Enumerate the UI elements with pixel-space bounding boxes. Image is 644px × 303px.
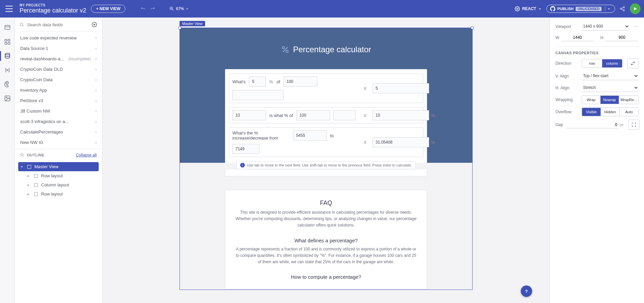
datasource-item[interactable]: JB Custom NW› — [15, 106, 102, 116]
datasource-item[interactable]: Inventory App› — [15, 85, 102, 95]
to-input[interactable] — [232, 144, 259, 154]
result-output[interactable] — [373, 110, 429, 120]
resize-handle[interactable] — [179, 27, 181, 29]
value-input[interactable] — [232, 110, 266, 120]
layout-icon — [27, 164, 32, 169]
datasource-item[interactable]: PetStore v3› — [15, 95, 102, 106]
tree-node-master[interactable]: ▾ Master View — [18, 162, 99, 171]
run-button[interactable] — [630, 3, 641, 14]
tree-label: Row layout — [41, 191, 63, 196]
rail-views-icon[interactable] — [3, 24, 11, 32]
label: What's — [232, 79, 246, 84]
publish-dropdown[interactable] — [605, 6, 613, 11]
calc-row: What's the % increase/decrease from to =… — [229, 127, 423, 157]
publish-button[interactable]: PUBLISH UNLICENSED — [546, 5, 615, 13]
datasource-item[interactable]: scott-3 infragistics on a...› — [15, 116, 102, 127]
spare-input[interactable] — [333, 110, 356, 120]
gap-input[interactable] — [566, 121, 618, 128]
swap-direction-button[interactable] — [627, 58, 639, 68]
rail-assets-icon[interactable] — [3, 94, 11, 102]
publish-label: PUBLISH — [557, 7, 574, 11]
result-output[interactable] — [373, 137, 429, 147]
share-icon[interactable] — [620, 6, 625, 11]
breadcrumb[interactable]: MY PROJECTS Percentage calculator v2 — [20, 3, 86, 14]
overflow-hidden-button[interactable]: Hidden — [601, 108, 619, 116]
expand-icon — [632, 122, 636, 127]
datasource-name: CryptoCoin Data OLD — [20, 67, 63, 72]
search-input[interactable] — [27, 22, 89, 27]
datasource-item[interactable]: Low code expected reveniew› — [15, 33, 102, 43]
datasource-name: Inventory App — [20, 88, 47, 93]
rail-theme-icon[interactable] — [3, 80, 11, 88]
help-button[interactable]: ? — [521, 285, 532, 297]
label: Direction — [555, 61, 579, 66]
tree-node[interactable]: ▸Column layout — [18, 180, 99, 189]
overflow-auto-button[interactable]: Auto — [619, 108, 638, 116]
faq-card: FAQ This site is designed to provide eff… — [225, 190, 427, 290]
add-datasource-button[interactable] — [91, 22, 97, 28]
svg-point-29 — [21, 154, 23, 156]
datasource-name: Low code expected reveniew — [20, 35, 77, 40]
redo-icon[interactable] — [150, 6, 156, 11]
direction-column-button[interactable]: column — [602, 59, 622, 67]
gap-expand-button[interactable] — [628, 120, 640, 130]
spare-input[interactable] — [232, 90, 284, 100]
canvas-area[interactable]: Master View Percentage calculator — [102, 18, 550, 303]
new-view-button[interactable]: + NEW VIEW — [91, 5, 125, 13]
wrap-button[interactable]: Wrap — [582, 96, 600, 104]
chevron-down-icon — [607, 7, 611, 10]
datasource-item[interactable]: CryptoCoin Data OLD› — [15, 64, 102, 74]
equals-label: = — [361, 86, 369, 91]
svg-rect-34 — [34, 192, 38, 196]
viewport-label: Viewport — [555, 24, 579, 29]
rail-components-icon[interactable] — [3, 38, 11, 46]
overflow-visible-button[interactable]: Visible — [582, 108, 601, 116]
menu-icon[interactable] — [5, 6, 13, 12]
tree-node[interactable]: ▸Row layout — [18, 171, 99, 180]
datasource-item[interactable]: New NW IG› — [15, 137, 102, 148]
selection-tag[interactable]: Master View — [180, 21, 205, 26]
tree-node[interactable]: ▸Row layout — [18, 189, 99, 199]
valign-select[interactable]: Top / flex-start — [582, 72, 639, 80]
svg-rect-10 — [5, 25, 10, 29]
datasource-name: reveal-dashboards-a... — [20, 56, 64, 61]
datasource-item[interactable]: CryptoCoin Data› — [15, 74, 102, 85]
svg-rect-32 — [34, 174, 38, 178]
zoom-control[interactable]: 67% — [169, 6, 189, 11]
datasource-item[interactable]: Data Source 1› — [15, 43, 102, 54]
label: is what % of — [269, 113, 293, 118]
rail-variables-icon[interactable] — [3, 66, 11, 74]
collapse-all-link[interactable]: Collapse all — [76, 153, 97, 157]
rail-data-icon[interactable] — [3, 52, 11, 60]
width-input[interactable] — [561, 34, 593, 41]
framework-select[interactable]: REACT — [515, 6, 541, 11]
viewport-select[interactable]: 1440 x 900 — [582, 22, 630, 31]
result-output[interactable] — [373, 83, 429, 93]
base-input[interactable] — [284, 77, 317, 87]
datasource-name: PetStore v3 — [20, 98, 43, 103]
svg-point-5 — [623, 6, 624, 8]
direction-row-button[interactable]: row — [582, 59, 602, 67]
tree-label: Row layout — [41, 173, 63, 178]
label: H. Align — [555, 86, 579, 90]
nowrap-button[interactable]: Nowrap — [600, 96, 619, 104]
undo-icon[interactable] — [140, 6, 146, 11]
chevron-right-icon: ▸ — [28, 174, 31, 178]
height-input[interactable] — [605, 34, 639, 41]
datasource-item[interactable]: reveal-dashboards-a...(incomplete)› — [15, 54, 102, 64]
svg-point-36 — [286, 50, 288, 53]
percent-input[interactable] — [249, 77, 266, 87]
from-input[interactable] — [293, 130, 327, 141]
datasource-item[interactable]: CalculatePercentages› — [15, 127, 102, 137]
layout-icon — [34, 174, 38, 178]
base-input[interactable] — [296, 110, 330, 120]
resize-handle[interactable] — [471, 27, 474, 29]
halign-select[interactable]: Stretch — [582, 84, 639, 92]
calc-row: What's % of = — [229, 73, 423, 103]
zoom-value: 67% — [176, 6, 184, 11]
page-title: Percentage calculator — [180, 28, 472, 69]
datasource-name: CryptoCoin Data — [20, 77, 53, 82]
wrapreverse-button[interactable]: WrapRe... — [619, 96, 638, 104]
svg-point-23 — [6, 97, 7, 98]
more-icon[interactable]: ⋯ — [634, 24, 639, 29]
